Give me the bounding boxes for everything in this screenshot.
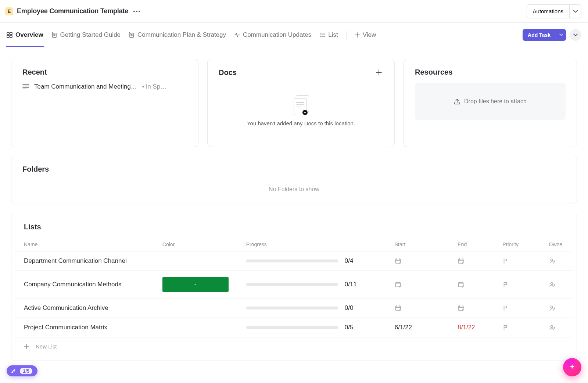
workspace-avatar[interactable]: E	[5, 7, 13, 15]
col-owner[interactable]: Owne	[540, 238, 573, 251]
col-start[interactable]: Start	[386, 238, 449, 251]
activity-icon	[234, 32, 240, 38]
list-priority-cell[interactable]	[494, 251, 540, 271]
list-icon	[319, 32, 325, 38]
progress-bar	[246, 283, 338, 286]
tab-separator	[346, 31, 347, 39]
chevron-down-icon	[573, 10, 578, 13]
list-end-cell[interactable]	[449, 271, 494, 298]
col-color[interactable]: Color	[154, 238, 237, 251]
start-date: 6/1/22	[395, 324, 412, 331]
svg-point-10	[320, 34, 320, 35]
list-priority-cell[interactable]	[494, 271, 540, 298]
lists-card: Lists Name Color Progress Start End Prio…	[11, 213, 577, 361]
new-list-row[interactable]: New List	[15, 337, 573, 356]
upload-icon	[454, 98, 460, 105]
col-progress[interactable]: Progress	[237, 238, 386, 251]
list-name-cell[interactable]: Project Communication Matrix	[15, 318, 154, 337]
docs-empty-text: You haven't added any Docs to this locat…	[247, 120, 355, 126]
table-row[interactable]: Department Communication Channel0/4	[15, 251, 573, 271]
ai-fab-button[interactable]	[563, 358, 581, 376]
list-priority-cell[interactable]	[494, 318, 540, 337]
new-list-label: New List	[36, 343, 57, 350]
tab-overview[interactable]: Overview	[7, 23, 43, 47]
flag-icon	[502, 281, 509, 288]
color-swatch[interactable]: -	[162, 277, 229, 292]
main-content: Recent Team Communication and Meeting… •…	[0, 47, 588, 361]
automations-button[interactable]: Automations	[527, 4, 570, 18]
list-end-cell[interactable]: 8/1/22	[449, 318, 494, 337]
dropzone-label: Drop files here to attach	[464, 98, 527, 105]
list-color-cell[interactable]	[154, 318, 237, 337]
docs-card: Docs ♥ You haven't added any Docs to thi…	[207, 59, 395, 147]
list-progress-cell: 0/4	[237, 251, 386, 271]
add-doc-button[interactable]	[374, 68, 383, 77]
flag-icon	[502, 258, 509, 264]
col-priority[interactable]: Priority	[494, 238, 540, 251]
progress-bar	[246, 326, 338, 329]
user-add-icon	[549, 324, 556, 331]
drop-files-zone[interactable]: Drop files here to attach	[415, 83, 566, 120]
list-name-cell[interactable]: Department Communication Channel	[15, 251, 154, 271]
recent-item-meta: • in Sp…	[142, 83, 166, 90]
list-color-cell[interactable]	[154, 298, 237, 318]
grid-icon	[7, 32, 12, 38]
progress-bar	[246, 307, 338, 309]
onboarding-progress-pill[interactable]: 1/5	[7, 365, 37, 376]
list-color-cell[interactable]	[154, 251, 237, 271]
recent-item[interactable]: Team Communication and Meeting… • in Sp…	[22, 83, 187, 90]
svg-point-2	[139, 11, 140, 12]
page-title[interactable]: Employee Communication Template	[17, 7, 128, 15]
pin-doc-edit-icon	[129, 32, 135, 38]
list-progress-cell: 0/0	[237, 298, 386, 318]
list-progress-cell: 0/5	[237, 318, 386, 337]
expand-button[interactable]	[570, 29, 581, 41]
tab-getting-started[interactable]: Getting Started Guide	[51, 23, 121, 47]
tab-label: Overview	[15, 31, 43, 39]
tab-list[interactable]: List	[319, 23, 338, 47]
tab-add-view[interactable]: View	[355, 23, 376, 47]
list-end-cell[interactable]	[449, 251, 494, 271]
tab-label: Communication Plan & Strategy	[137, 31, 226, 39]
tab-updates[interactable]: Communication Updates	[234, 23, 311, 47]
table-row[interactable]: Project Communication Matrix0/56/1/228/1…	[15, 318, 573, 337]
list-owner-cell[interactable]	[540, 298, 573, 318]
folders-empty-text: No Folders to show	[22, 186, 566, 193]
add-task-caret-button[interactable]	[556, 29, 566, 41]
tabs-row: Overview Getting Started Guide Communica…	[0, 23, 588, 47]
chevron-down-icon	[559, 33, 563, 36]
list-owner-cell[interactable]	[540, 271, 573, 298]
plus-icon	[355, 32, 360, 37]
list-owner-cell[interactable]	[540, 251, 573, 271]
tab-plan-strategy[interactable]: Communication Plan & Strategy	[129, 23, 226, 47]
col-name[interactable]: Name	[15, 238, 154, 251]
folders-title: Folders	[22, 165, 566, 173]
list-color-cell[interactable]: -	[154, 271, 237, 298]
table-row[interactable]: Active Communication Archive0/0	[15, 298, 573, 318]
end-date: 8/1/22	[458, 324, 475, 331]
table-row[interactable]: Company Communication Methods-0/11	[15, 271, 573, 298]
col-end[interactable]: End	[449, 238, 494, 251]
calendar-add-icon	[458, 258, 464, 264]
tab-label: List	[328, 31, 338, 39]
recent-item-name: Team Communication and Meeting…	[34, 83, 137, 90]
plus-icon	[24, 344, 29, 349]
list-priority-cell[interactable]	[494, 298, 540, 318]
lists-title: Lists	[15, 223, 573, 231]
add-task-button[interactable]: Add Task	[523, 29, 556, 41]
svg-point-20	[551, 306, 553, 308]
more-options-button[interactable]	[132, 7, 141, 16]
list-end-cell[interactable]	[449, 298, 494, 318]
list-name-cell[interactable]: Active Communication Archive	[15, 298, 154, 318]
list-start-cell[interactable]: 6/1/22	[386, 318, 449, 337]
list-start-cell[interactable]	[386, 271, 449, 298]
list-name-cell[interactable]: Company Communication Methods	[15, 271, 154, 298]
svg-point-1	[136, 11, 137, 12]
list-start-cell[interactable]	[386, 251, 449, 271]
list-owner-cell[interactable]	[540, 318, 573, 337]
list-start-cell[interactable]	[386, 298, 449, 318]
svg-rect-5	[7, 35, 9, 37]
user-add-icon	[549, 258, 556, 264]
rocket-icon	[10, 368, 17, 374]
automations-caret-button[interactable]	[570, 4, 581, 18]
